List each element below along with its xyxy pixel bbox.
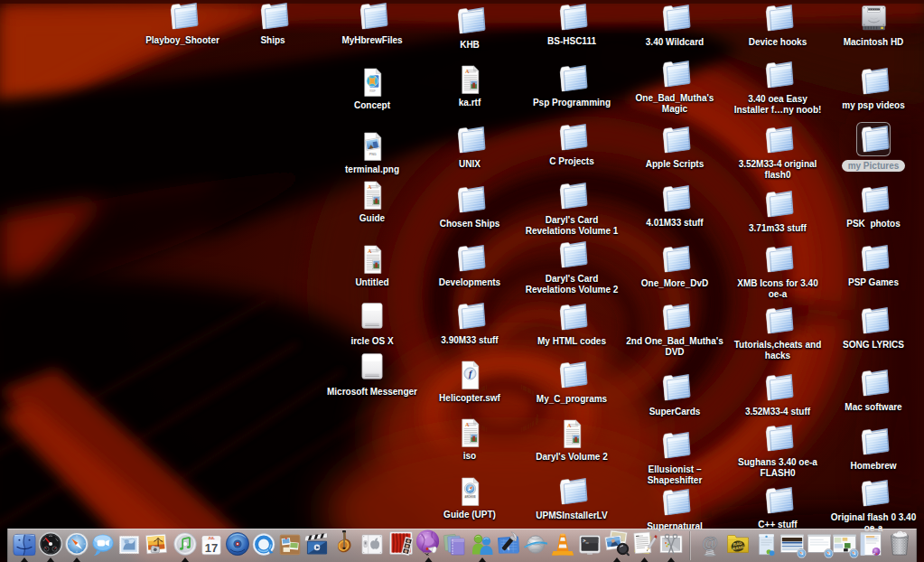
- doc-rtf-icon: [415, 65, 524, 96]
- dock-item-trash-full[interactable]: [886, 529, 914, 557]
- desktop-icon-concept[interactable]: Concept: [318, 68, 426, 111]
- dock-item-ares[interactable]: [415, 529, 443, 557]
- ical-icon: [201, 534, 223, 557]
- dock-item-globe-network[interactable]: [524, 533, 547, 557]
- dock-item-preview[interactable]: [603, 529, 630, 557]
- desktop-icon-my-psp-videos[interactable]: my psp videos: [819, 68, 924, 111]
- terminal-icon: [578, 532, 602, 557]
- desktop-icon-guide-upt[interactable]: Guide (UPT): [415, 477, 524, 520]
- desktop-icon-apple-scripts[interactable]: Apple Scripts: [621, 126, 729, 170]
- desktop-icon-psk-photos[interactable]: PSK photos: [819, 186, 924, 229]
- desktop-icon-upmsinstallerlv[interactable]: UPMSInstallerLV: [518, 478, 626, 521]
- folder-icon: [819, 428, 924, 459]
- desktop-icon-label: 3.52M33-4 stuff: [723, 407, 832, 417]
- desktop-icon-371m33-stuff[interactable]: 3.71m33 stuff: [723, 191, 832, 234]
- dock-item-textedit[interactable]: [631, 530, 658, 557]
- desktop-icon-one-more-dvd[interactable]: One_More_DvD: [621, 246, 729, 289]
- desktop-icon-daryls-card-vol1[interactable]: Daryl's Card Revelations Volume 1: [518, 183, 626, 237]
- dock-item-at-spring[interactable]: [698, 532, 723, 557]
- dock-item-iweb[interactable]: [278, 533, 302, 557]
- dock-item-garageband[interactable]: [331, 529, 358, 557]
- dock-item-yellow-folder[interactable]: [725, 531, 751, 557]
- desktop-icon-2nd-one-bad-muthas-dvd[interactable]: 2nd One_Bad_Mutha's DVD: [621, 304, 729, 358]
- dock-item-minimized-window-safari-white[interactable]: [807, 531, 832, 557]
- desktop-icon-my-c-programs[interactable]: My_C_programs: [518, 361, 626, 405]
- dock-item-iphoto[interactable]: [145, 532, 169, 557]
- dock-item-ichat[interactable]: [91, 532, 116, 557]
- desktop-icon-psp-games[interactable]: PSP Games: [819, 245, 924, 288]
- dock-item-dashboard[interactable]: [38, 531, 63, 557]
- desktop-icon-mac-software[interactable]: Mac software: [819, 370, 924, 413]
- desktop-icon-label: UNIX: [415, 159, 524, 170]
- desktop-icon-daryls-card-vol2[interactable]: Daryl's Card Revelations Volume 2: [518, 241, 626, 295]
- dock-item-photo-booth[interactable]: [387, 529, 415, 557]
- desktop-icon-myhbrewfiles[interactable]: MyHbrewFiles: [318, 3, 426, 46]
- desktop-icon-ships[interactable]: Ships: [219, 3, 327, 46]
- desktop-icon-label: 3.40 Wildcard: [621, 37, 729, 48]
- desktop-icon-daryls-volume-2[interactable]: Daryl's Volume 2: [518, 419, 626, 463]
- dock-item-safari[interactable]: [64, 531, 89, 557]
- desktop-icon-sughans-340[interactable]: Sughans 3.40 oe-a FLASH0: [723, 425, 832, 479]
- dock-item-finder[interactable]: [13, 533, 36, 557]
- dock-item-msn-messenger[interactable]: [470, 531, 495, 557]
- desktop-icon-song-lyrics[interactable]: SONG LYRICS: [819, 307, 924, 351]
- desktop-icon-developments[interactable]: Developments: [415, 245, 524, 288]
- dock-item-terminal[interactable]: [578, 532, 602, 557]
- dock-item-minimized-window-ares[interactable]: [858, 531, 883, 557]
- desktop-icon-tutorials-cheats[interactable]: Tutorials,cheats and hacks: [723, 307, 832, 361]
- desktop-icon-terminal-png[interactable]: terminal.png: [318, 132, 426, 175]
- desktop-icon-device-hooks[interactable]: Device hooks: [723, 5, 832, 48]
- dock-item-itunes[interactable]: [173, 531, 198, 557]
- desktop-icon-ircle-os-x[interactable]: ircle OS X: [318, 304, 426, 347]
- dock-item-notebooks[interactable]: [442, 531, 467, 557]
- dock-item-xcode[interactable]: [496, 530, 522, 557]
- desktop-icon-supercards[interactable]: SuperCards: [621, 374, 729, 417]
- dock-item-idvd[interactable]: [225, 531, 250, 557]
- desktop-icon-iso[interactable]: iso: [415, 418, 524, 462]
- desktop-icon-supernatural[interactable]: Supernatural: [621, 489, 729, 532]
- minimized-window-document-icon: [755, 533, 779, 557]
- desktop-icon-one-bad-muthas-magic[interactable]: One_Bad_Mutha's Magic: [621, 61, 729, 115]
- folder-icon: [819, 480, 924, 510]
- desktop-icon-untitled[interactable]: Untitled: [318, 245, 426, 288]
- desktop-icon-my-html-codes[interactable]: My HTML codes: [518, 304, 626, 347]
- desktop-icon-c-projects[interactable]: C Projects: [518, 124, 626, 167]
- desktop-icon-ka-rtf[interactable]: ka.rtf: [415, 65, 524, 108]
- desktop-icon-chosen-ships[interactable]: Chosen Ships: [415, 186, 524, 229]
- dock-item-minimized-window-safari-content[interactable]: [832, 531, 857, 557]
- finder-icon: [13, 533, 36, 557]
- desktop-icon-352m33-4-original-flash0[interactable]: 3.52M33-4 original flash0: [723, 126, 832, 181]
- desktop-icon-guide[interactable]: Guide: [318, 181, 426, 224]
- dock-item-ical[interactable]: [201, 534, 223, 557]
- desktop-icon-label: Guide (UPT): [415, 510, 524, 520]
- dock-item-mac-os-x-box[interactable]: [360, 532, 385, 557]
- desktop-icon-my-pictures[interactable]: my Pictures: [819, 126, 924, 173]
- desktop-icon-401m33-stuff[interactable]: 4.01M33 stuff: [621, 185, 729, 229]
- desktop-icon-label: Daryl's Card Revelations Volume 1: [518, 215, 626, 237]
- desktop-icon-390m33-stuff[interactable]: 3.90M33 stuff: [415, 303, 524, 346]
- desktop-icon-microsoft-messenger[interactable]: Microsoft Messenger: [318, 354, 426, 398]
- desktop-icon-psp-programming[interactable]: Psp Programming: [518, 65, 626, 108]
- desktop-icon-cpp-stuff[interactable]: C++ stuff: [723, 487, 832, 530]
- desktop-icon-340-wildcard[interactable]: 3.40 Wildcard: [621, 5, 729, 48]
- desktop-icon-macintosh-hd[interactable]: Macintosh HD: [819, 5, 924, 48]
- desktop-icon-352m33-4-stuff[interactable]: 3.52M33-4 stuff: [723, 374, 832, 417]
- dock-item-vlc[interactable]: [550, 531, 575, 557]
- desktop-icon-homebrew[interactable]: Homebrew: [819, 428, 924, 472]
- folder-icon: [819, 245, 924, 276]
- desktop-icon-khb[interactable]: KHB: [415, 7, 524, 51]
- desktop-icon-helicopter-swf[interactable]: Helicopter.swf: [415, 361, 524, 404]
- dock-item-grab[interactable]: [658, 531, 684, 557]
- desktop-icon-340-oea-easy-installer[interactable]: 3.40 oea Easy Installer f…ny noob!: [723, 61, 832, 116]
- desktop-icon-ellusionist-shapeshifter[interactable]: Ellusionist – Shapeshifter: [621, 432, 729, 486]
- dock-item-mail[interactable]: [117, 533, 141, 557]
- desktop-icon-bs-hsc111[interactable]: BS-HSC111: [518, 4, 626, 47]
- dock-item-minimized-window-safari-dark[interactable]: [779, 531, 805, 557]
- dock-item-imovie[interactable]: [305, 532, 330, 557]
- desktop-icon-unix[interactable]: UNIX: [415, 126, 524, 170]
- dock-item-minimized-window-document[interactable]: [755, 533, 779, 557]
- desktop-icon-xmb-icons[interactable]: XMB Icons for 3.40 oe-a: [723, 246, 832, 300]
- dock-item-quicktime[interactable]: [252, 532, 276, 557]
- running-indicator: [21, 557, 28, 562]
- desktop-icon-original-flash-0[interactable]: Original flash 0 3.40 oe-a: [819, 480, 924, 534]
